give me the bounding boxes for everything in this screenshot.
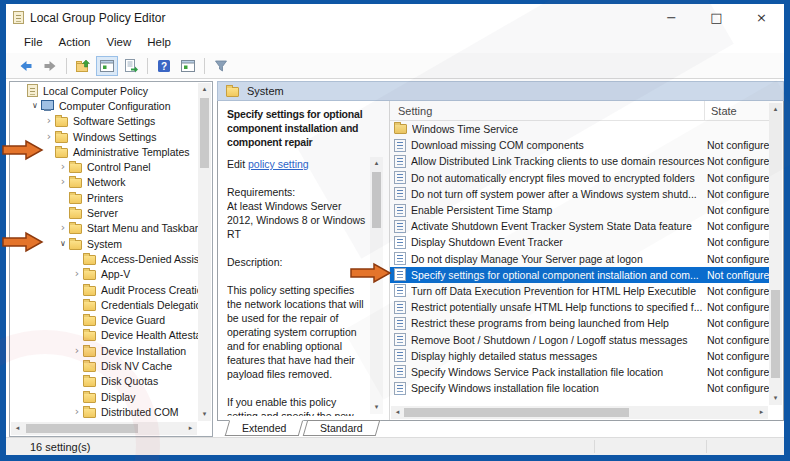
policy-title: Specify settings for optional component … bbox=[227, 107, 383, 149]
up-one-level-icon[interactable] bbox=[72, 56, 94, 76]
setting-row[interactable]: Allow Distributed Link Tracking clients … bbox=[390, 153, 769, 169]
scroll-left-icon[interactable]: ◂ bbox=[391, 406, 404, 419]
scroll-left-icon[interactable]: ◂ bbox=[11, 422, 24, 435]
menu-help[interactable]: Help bbox=[139, 33, 179, 51]
setting-row-selected[interactable]: Specify settings for optional component … bbox=[390, 267, 769, 283]
tree-chevron-icon[interactable]: ∨ bbox=[57, 239, 69, 249]
status-text: 16 setting(s) bbox=[30, 441, 91, 453]
minimize-button[interactable]: − bbox=[649, 4, 694, 31]
scroll-down-icon[interactable]: ▾ bbox=[198, 408, 211, 421]
show-action-pane-icon[interactable] bbox=[177, 56, 199, 76]
tree-chevron-icon[interactable]: › bbox=[57, 223, 69, 233]
column-header-setting[interactable]: Setting bbox=[390, 101, 705, 120]
setting-row[interactable]: Display highly detailed status messages … bbox=[390, 348, 769, 364]
tree-item-printers[interactable]: Printers bbox=[10, 190, 198, 205]
tree-chevron-icon[interactable]: › bbox=[71, 346, 83, 356]
setting-row[interactable]: Specify Windows Service Pack installatio… bbox=[390, 364, 769, 380]
scroll-up-icon[interactable]: ▴ bbox=[370, 157, 383, 170]
tree-item-audit-process-creation[interactable]: Audit Process Creation bbox=[10, 282, 198, 297]
tree-item-device-health-attestat[interactable]: Device Health Attestat bbox=[10, 328, 198, 343]
status-divider bbox=[594, 440, 595, 453]
tree-item-system[interactable]: ∨ System bbox=[10, 236, 198, 251]
tree-item-windows-settings[interactable]: › Windows Settings bbox=[10, 129, 198, 144]
setting-row[interactable]: Display Shutdown Event Tracker Not confi… bbox=[390, 234, 769, 250]
tree-item-disk-quotas[interactable]: Disk Quotas bbox=[10, 374, 198, 389]
tree-item-administrative-templates[interactable]: Administrative Templates bbox=[10, 144, 198, 159]
scroll-down-icon[interactable]: ▾ bbox=[370, 401, 383, 414]
tree-item-distributed-com[interactable]: › Distributed COM bbox=[10, 404, 198, 419]
tree-item-disk-nv-cache[interactable]: Disk NV Cache bbox=[10, 358, 198, 373]
policy-icon bbox=[394, 220, 406, 233]
setting-row[interactable]: Do not automatically encrypt files moved… bbox=[390, 170, 769, 186]
policy-icon bbox=[394, 139, 406, 152]
back-icon[interactable] bbox=[15, 56, 37, 76]
computer-icon bbox=[41, 100, 54, 111]
tree-item-start-menu-and-taskbar[interactable]: › Start Menu and Taskbar bbox=[10, 221, 198, 236]
scroll-down-icon[interactable]: ▾ bbox=[769, 392, 782, 405]
tab-extended[interactable]: Extended bbox=[225, 420, 304, 436]
help-icon[interactable]: ? bbox=[153, 56, 175, 76]
tree-chevron-icon[interactable]: ∨ bbox=[29, 101, 41, 111]
tree-item-display[interactable]: Display bbox=[10, 389, 198, 404]
description-paragraph: If you enable this policy setting and sp… bbox=[227, 395, 366, 416]
scrollbar-thumb[interactable] bbox=[771, 290, 780, 378]
tree-chevron-icon[interactable]: › bbox=[43, 132, 55, 142]
tree-chevron-icon[interactable]: › bbox=[57, 162, 69, 172]
tree-item-software-settings[interactable]: › Software Settings bbox=[10, 114, 198, 129]
menu-action[interactable]: Action bbox=[51, 33, 99, 51]
scroll-up-icon[interactable]: ▴ bbox=[769, 103, 782, 116]
tree-item-server[interactable]: Server bbox=[10, 205, 198, 220]
setting-row[interactable]: Enable Persistent Time Stamp Not configu… bbox=[390, 202, 769, 218]
scrollbar-thumb[interactable] bbox=[26, 424, 138, 433]
policy-icon bbox=[394, 349, 406, 362]
scroll-right-icon[interactable]: ▸ bbox=[184, 422, 197, 435]
policy-description-pane: Specify settings for optional component … bbox=[218, 101, 390, 420]
policy-icon bbox=[394, 333, 406, 346]
policy-icon bbox=[394, 301, 406, 314]
tab-standard[interactable]: Standard bbox=[303, 420, 380, 436]
tree-item-local-computer-policy[interactable]: Local Computer Policy bbox=[10, 83, 198, 98]
tree-item-credentials-delegation[interactable]: Credentials Delegation bbox=[10, 297, 198, 312]
filter-icon[interactable] bbox=[210, 56, 232, 76]
folder-icon bbox=[69, 224, 82, 234]
tree-chevron-icon[interactable]: › bbox=[57, 177, 69, 187]
tree-item-app-v[interactable]: › App-V bbox=[10, 267, 198, 282]
scrollbar-thumb[interactable] bbox=[200, 98, 209, 168]
tree-item-computer-configuration[interactable]: ∨ Computer Configuration bbox=[10, 98, 198, 113]
setting-row[interactable]: Do not display Manage Your Server page a… bbox=[390, 251, 769, 267]
column-header-state[interactable]: State bbox=[705, 101, 769, 120]
close-button[interactable]: × bbox=[739, 4, 784, 31]
setting-row[interactable]: Restrict these programs from being launc… bbox=[390, 315, 769, 331]
export-list-icon[interactable] bbox=[120, 56, 142, 76]
scrollbar-thumb[interactable] bbox=[372, 172, 381, 228]
policy-details: Edit policy setting Requirements:At leas… bbox=[227, 157, 366, 416]
setting-row[interactable]: Activate Shutdown Event Tracker System S… bbox=[390, 218, 769, 234]
tree-item-control-panel[interactable]: › Control Panel bbox=[10, 159, 198, 174]
setting-row[interactable]: Restrict potentially unsafe HTML Help fu… bbox=[390, 299, 769, 315]
maximize-button[interactable]: □ bbox=[694, 4, 739, 31]
menu-file[interactable]: File bbox=[16, 33, 51, 51]
tree-item-access-denied-assista[interactable]: Access-Denied Assista bbox=[10, 251, 198, 266]
show-console-tree-icon[interactable] bbox=[96, 56, 118, 76]
setting-row[interactable]: Turn off Data Execution Prevention for H… bbox=[390, 283, 769, 299]
setting-row[interactable]: Do not turn off system power after a Win… bbox=[390, 186, 769, 202]
tree-chevron-icon[interactable]: › bbox=[43, 116, 55, 126]
tree-chevron-icon[interactable]: › bbox=[71, 407, 83, 417]
scroll-right-icon[interactable]: ▸ bbox=[755, 406, 768, 419]
scroll-icon bbox=[27, 84, 38, 97]
scroll-up-icon[interactable]: ▴ bbox=[198, 83, 211, 96]
setting-row[interactable]: Specify Windows installation file locati… bbox=[390, 380, 769, 396]
view-tabs: ExtendedStandard bbox=[217, 421, 784, 437]
tree-item-device-installation[interactable]: › Device Installation bbox=[10, 343, 198, 358]
menu-view[interactable]: View bbox=[99, 33, 140, 51]
edit-policy-setting-link[interactable]: policy setting bbox=[248, 158, 309, 170]
tree-item-device-guard[interactable]: Device Guard bbox=[10, 312, 198, 327]
scrollbar-thumb[interactable] bbox=[404, 408, 629, 417]
setting-row[interactable]: Download missing COM components Not conf… bbox=[390, 137, 769, 153]
forward-icon[interactable] bbox=[39, 56, 61, 76]
setting-row[interactable]: Remove Boot / Shutdown / Logon / Logoff … bbox=[390, 331, 769, 347]
tree-chevron-icon[interactable]: › bbox=[71, 269, 83, 279]
list-vertical-scrollbar: ▴ ▾ bbox=[769, 103, 782, 405]
tree-item-network[interactable]: › Network bbox=[10, 175, 198, 190]
setting-row[interactable]: Windows Time Service bbox=[390, 121, 769, 137]
